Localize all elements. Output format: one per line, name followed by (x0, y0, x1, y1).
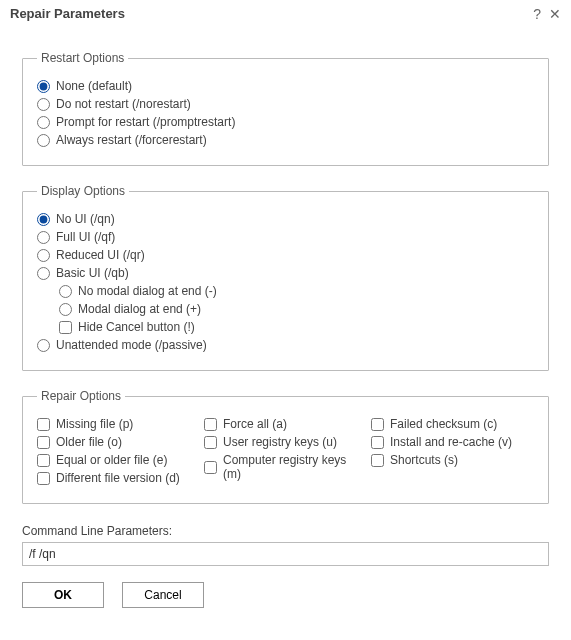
repair-equal-checkbox[interactable] (37, 454, 50, 467)
display-fullui-label[interactable]: Full UI (/qf) (56, 230, 115, 244)
cancel-button[interactable]: Cancel (122, 582, 204, 608)
ok-button[interactable]: OK (22, 582, 104, 608)
close-icon[interactable]: ✕ (549, 7, 561, 21)
restart-norestart-radio[interactable] (37, 98, 50, 111)
repair-options-group: Repair Options Missing file (p) Older fi… (22, 389, 549, 504)
restart-prompt-label[interactable]: Prompt for restart (/promptrestart) (56, 115, 235, 129)
command-line-input[interactable] (22, 542, 549, 566)
help-icon[interactable]: ? (533, 7, 541, 21)
display-basic-nomodal-label[interactable]: No modal dialog at end (-) (78, 284, 217, 298)
repair-diff-label[interactable]: Different file version (d) (56, 471, 180, 485)
repair-legend: Repair Options (37, 389, 125, 403)
repair-older-checkbox[interactable] (37, 436, 50, 449)
repair-missing-checkbox[interactable] (37, 418, 50, 431)
repair-older-label[interactable]: Older file (o) (56, 435, 122, 449)
titlebar: Repair Parameters ? ✕ (0, 0, 571, 25)
repair-forceall-checkbox[interactable] (204, 418, 217, 431)
repair-shortcuts-label[interactable]: Shortcuts (s) (390, 453, 458, 467)
repair-userreg-checkbox[interactable] (204, 436, 217, 449)
display-passive-label[interactable]: Unattended mode (/passive) (56, 338, 207, 352)
repair-forceall-label[interactable]: Force all (a) (223, 417, 287, 431)
repair-diff-checkbox[interactable] (37, 472, 50, 485)
display-hide-cancel-checkbox[interactable] (59, 321, 72, 334)
repair-checksum-checkbox[interactable] (371, 418, 384, 431)
repair-checksum-label[interactable]: Failed checksum (c) (390, 417, 497, 431)
display-options-group: Display Options No UI (/qn) Full UI (/qf… (22, 184, 549, 371)
display-noui-label[interactable]: No UI (/qn) (56, 212, 115, 226)
repair-parameters-dialog: Repair Parameters ? ✕ Restart Options No… (0, 0, 571, 626)
display-reducedui-radio[interactable] (37, 249, 50, 262)
display-reducedui-label[interactable]: Reduced UI (/qr) (56, 248, 145, 262)
repair-recache-checkbox[interactable] (371, 436, 384, 449)
button-row: OK Cancel (22, 582, 549, 608)
display-basic-nomodal-radio[interactable] (59, 285, 72, 298)
restart-none-label[interactable]: None (default) (56, 79, 132, 93)
restart-none-radio[interactable] (37, 80, 50, 93)
command-line-label: Command Line Parameters: (22, 524, 549, 538)
repair-equal-label[interactable]: Equal or older file (e) (56, 453, 167, 467)
display-passive-radio[interactable] (37, 339, 50, 352)
display-legend: Display Options (37, 184, 129, 198)
display-basic-modal-label[interactable]: Modal dialog at end (+) (78, 302, 201, 316)
repair-compreg-checkbox[interactable] (204, 461, 217, 474)
display-basic-modal-radio[interactable] (59, 303, 72, 316)
display-fullui-radio[interactable] (37, 231, 50, 244)
restart-force-label[interactable]: Always restart (/forcerestart) (56, 133, 207, 147)
restart-prompt-radio[interactable] (37, 116, 50, 129)
command-line-block: Command Line Parameters: (22, 524, 549, 566)
display-noui-radio[interactable] (37, 213, 50, 226)
repair-compreg-label[interactable]: Computer registry keys (m) (223, 453, 367, 481)
dialog-title: Repair Parameters (10, 6, 525, 21)
repair-shortcuts-checkbox[interactable] (371, 454, 384, 467)
repair-missing-label[interactable]: Missing file (p) (56, 417, 133, 431)
dialog-content: Restart Options None (default) Do not re… (0, 25, 571, 626)
restart-norestart-label[interactable]: Do not restart (/norestart) (56, 97, 191, 111)
repair-userreg-label[interactable]: User registry keys (u) (223, 435, 337, 449)
restart-options-group: Restart Options None (default) Do not re… (22, 51, 549, 166)
display-basicui-radio[interactable] (37, 267, 50, 280)
restart-legend: Restart Options (37, 51, 128, 65)
restart-force-radio[interactable] (37, 134, 50, 147)
display-hide-cancel-label[interactable]: Hide Cancel button (!) (78, 320, 195, 334)
display-basicui-label[interactable]: Basic UI (/qb) (56, 266, 129, 280)
repair-recache-label[interactable]: Install and re-cache (v) (390, 435, 512, 449)
